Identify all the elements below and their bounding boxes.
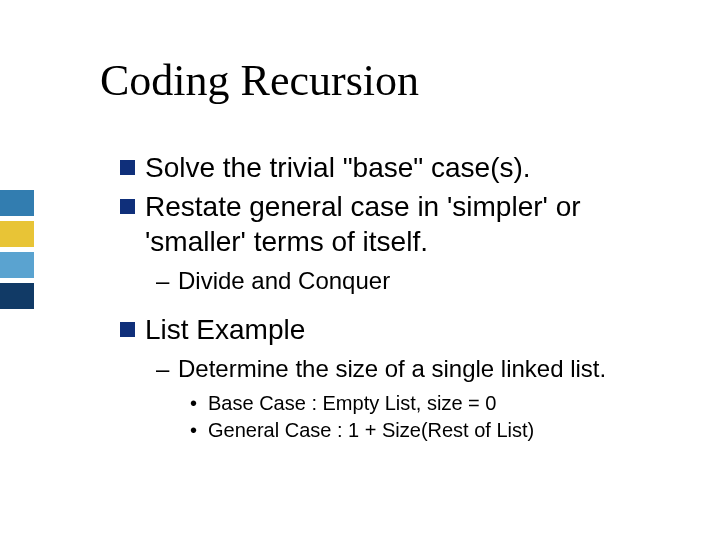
bullet-level-1: Solve the trivial "base" case(s). xyxy=(120,150,680,185)
slide: Coding Recursion Solve the trivial "base… xyxy=(0,0,720,540)
bullet-text: Base Case : Empty List, size = 0 xyxy=(208,392,496,414)
bullet-level-1: List Example xyxy=(120,312,680,347)
slide-title: Coding Recursion xyxy=(100,55,419,106)
bullet-text: List Example xyxy=(145,312,680,347)
bullet-text: Solve the trivial "base" case(s). xyxy=(145,150,680,185)
bullet-level-1: Restate general case in 'simpler' or 'sm… xyxy=(120,189,680,259)
side-bar-segment xyxy=(0,252,34,278)
bullet-level-2: Determine the size of a single linked li… xyxy=(156,353,680,384)
side-bar-segment xyxy=(0,190,34,216)
square-bullet-icon xyxy=(120,322,135,337)
decorative-side-bars xyxy=(0,190,34,314)
side-bar-segment xyxy=(0,283,34,309)
spacer xyxy=(120,302,680,312)
bullet-text: General Case : 1 + Size(Rest of List) xyxy=(208,419,534,441)
bullet-level-2: Divide and Conquer xyxy=(156,265,680,296)
bullet-text: Restate general case in 'simpler' or 'sm… xyxy=(145,189,680,259)
side-bar-segment xyxy=(0,221,34,247)
bullet-level-3: Base Case : Empty List, size = 0 xyxy=(190,390,680,417)
bullet-level-3: General Case : 1 + Size(Rest of List) xyxy=(190,417,680,444)
square-bullet-icon xyxy=(120,160,135,175)
square-bullet-icon xyxy=(120,199,135,214)
slide-content: Solve the trivial "base" case(s). Restat… xyxy=(120,150,680,444)
bullet-text: Divide and Conquer xyxy=(178,267,390,294)
bullet-text: Determine the size of a single linked li… xyxy=(178,355,606,382)
